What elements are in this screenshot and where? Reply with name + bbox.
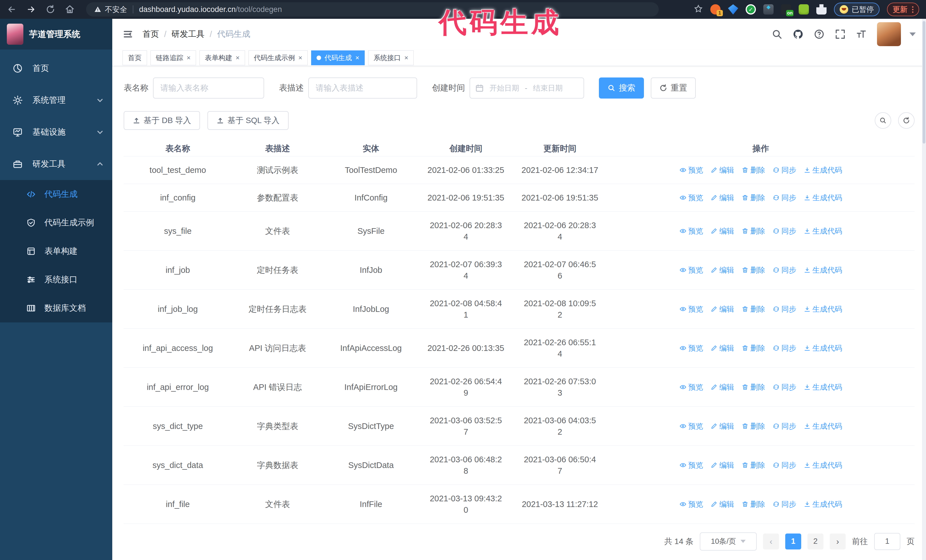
delete-link[interactable]: 删除 <box>741 420 765 432</box>
sidebar-item-codegen[interactable]: 代码生成 <box>0 180 112 208</box>
extension-icon[interactable] <box>799 4 809 15</box>
toggle-search-button[interactable] <box>875 112 891 129</box>
extension-icon[interactable]: 1 <box>710 4 720 15</box>
page-size-select[interactable]: 10条/页 <box>700 532 757 551</box>
browser-update-button[interactable]: 更新 <box>887 3 919 16</box>
window-scrollbar[interactable] <box>922 19 926 560</box>
reset-button[interactable]: 重置 <box>651 77 696 98</box>
sync-link[interactable]: 同步 <box>773 165 796 176</box>
security-warning-icon[interactable] <box>94 6 101 13</box>
generate-code-link[interactable]: 生成代码 <box>804 420 842 432</box>
generate-code-link[interactable]: 生成代码 <box>804 264 842 276</box>
generate-code-link[interactable]: 生成代码 <box>804 459 842 471</box>
font-size-icon[interactable] <box>856 29 867 39</box>
edit-link[interactable]: 编辑 <box>711 264 734 276</box>
preview-link[interactable]: 预览 <box>679 459 703 471</box>
generate-code-link[interactable]: 生成代码 <box>804 192 842 203</box>
generate-code-link[interactable]: 生成代码 <box>804 498 842 510</box>
close-icon[interactable]: × <box>187 54 191 61</box>
sync-link[interactable]: 同步 <box>773 420 796 432</box>
sync-link[interactable]: 同步 <box>773 343 796 354</box>
breadcrumb-home[interactable]: 首页 <box>142 29 159 40</box>
search-button[interactable]: 搜索 <box>599 77 644 98</box>
reload-button[interactable] <box>45 5 55 14</box>
extension-icon[interactable] <box>763 4 773 15</box>
page-button-1[interactable]: 1 <box>785 533 801 549</box>
sidebar-item-db-doc[interactable]: 数据库文档 <box>0 294 112 323</box>
forward-button[interactable] <box>26 5 36 14</box>
profile-paused-badge[interactable]: 已暂停 <box>834 3 879 16</box>
end-date-input[interactable] <box>530 84 566 92</box>
sidebar-item-infra[interactable]: 基础设施 <box>0 116 112 148</box>
preview-link[interactable]: 预览 <box>679 420 703 432</box>
extension-icon[interactable] <box>816 4 826 15</box>
sidebar-item-codegen-example[interactable]: 代码生成示例 <box>0 208 112 237</box>
sidebar-item-system[interactable]: 系统管理 <box>0 84 112 116</box>
edit-link[interactable]: 编辑 <box>711 343 734 354</box>
preview-link[interactable]: 预览 <box>679 381 703 393</box>
sync-link[interactable]: 同步 <box>773 381 796 393</box>
tab-tracing[interactable]: 链路追踪× <box>150 50 196 65</box>
sync-link[interactable]: 同步 <box>773 192 796 203</box>
edit-link[interactable]: 编辑 <box>711 165 734 176</box>
start-date-input[interactable] <box>486 84 522 92</box>
breadcrumb-devtools[interactable]: 研发工具 <box>171 29 204 40</box>
preview-link[interactable]: 预览 <box>679 498 703 510</box>
sync-link[interactable]: 同步 <box>773 225 796 237</box>
table-name-input[interactable] <box>153 77 264 98</box>
edit-link[interactable]: 编辑 <box>711 303 734 315</box>
preview-link[interactable]: 预览 <box>679 303 703 315</box>
delete-link[interactable]: 删除 <box>741 264 765 276</box>
generate-code-link[interactable]: 生成代码 <box>804 225 842 237</box>
delete-link[interactable]: 删除 <box>741 381 765 393</box>
close-icon[interactable]: × <box>355 54 359 61</box>
refresh-table-button[interactable] <box>898 112 915 129</box>
sync-link[interactable]: 同步 <box>773 303 796 315</box>
page-button-2[interactable]: 2 <box>808 533 823 549</box>
extension-icon[interactable] <box>728 4 738 15</box>
close-icon[interactable]: × <box>236 54 240 61</box>
generate-code-link[interactable]: 生成代码 <box>804 343 842 354</box>
back-button[interactable] <box>7 5 17 14</box>
tab-form-builder[interactable]: 表单构建× <box>200 50 245 65</box>
sync-link[interactable]: 同步 <box>773 459 796 471</box>
kebab-menu-icon[interactable] <box>912 6 914 13</box>
extension-icon[interactable]: on <box>781 4 791 15</box>
edit-link[interactable]: 编辑 <box>711 459 734 471</box>
delete-link[interactable]: 删除 <box>741 459 765 471</box>
delete-link[interactable]: 删除 <box>741 498 765 510</box>
tab-home[interactable]: 首页 <box>123 50 147 65</box>
avatar[interactable] <box>877 22 901 46</box>
next-page-button[interactable]: › <box>830 533 846 549</box>
sync-link[interactable]: 同步 <box>773 498 796 510</box>
sidebar-item-form-builder[interactable]: 表单构建 <box>0 237 112 266</box>
delete-link[interactable]: 删除 <box>741 343 765 354</box>
tab-codegen[interactable]: 代码生成× <box>311 50 365 65</box>
preview-link[interactable]: 预览 <box>679 343 703 354</box>
bookmark-star-icon[interactable] <box>694 4 703 15</box>
search-icon[interactable] <box>772 29 782 39</box>
home-button[interactable] <box>65 5 75 14</box>
sidebar-item-system-api[interactable]: 系统接口 <box>0 266 112 294</box>
scrollbar-thumb[interactable] <box>923 21 925 143</box>
close-icon[interactable]: × <box>298 54 302 61</box>
delete-link[interactable]: 删除 <box>741 165 765 176</box>
delete-link[interactable]: 删除 <box>741 225 765 237</box>
generate-code-link[interactable]: 生成代码 <box>804 165 842 176</box>
sidebar-item-home[interactable]: 首页 <box>0 53 112 84</box>
extension-icon[interactable]: ✓ <box>746 4 756 15</box>
sidebar-collapse-icon[interactable] <box>123 29 133 39</box>
preview-link[interactable]: 预览 <box>679 192 703 203</box>
edit-link[interactable]: 编辑 <box>711 225 734 237</box>
sidebar-item-devtools[interactable]: 研发工具 <box>0 148 112 180</box>
table-desc-input[interactable] <box>308 77 417 98</box>
edit-link[interactable]: 编辑 <box>711 420 734 432</box>
import-db-button[interactable]: 基于 DB 导入 <box>124 111 200 130</box>
preview-link[interactable]: 预览 <box>679 264 703 276</box>
edit-link[interactable]: 编辑 <box>711 381 734 393</box>
tab-system-api[interactable]: 系统接口× <box>368 50 414 65</box>
generate-code-link[interactable]: 生成代码 <box>804 303 842 315</box>
generate-code-link[interactable]: 生成代码 <box>804 381 842 393</box>
tab-codegen-example[interactable]: 代码生成示例× <box>248 50 308 65</box>
app-logo-row[interactable]: 芋道管理系统 <box>0 19 112 50</box>
